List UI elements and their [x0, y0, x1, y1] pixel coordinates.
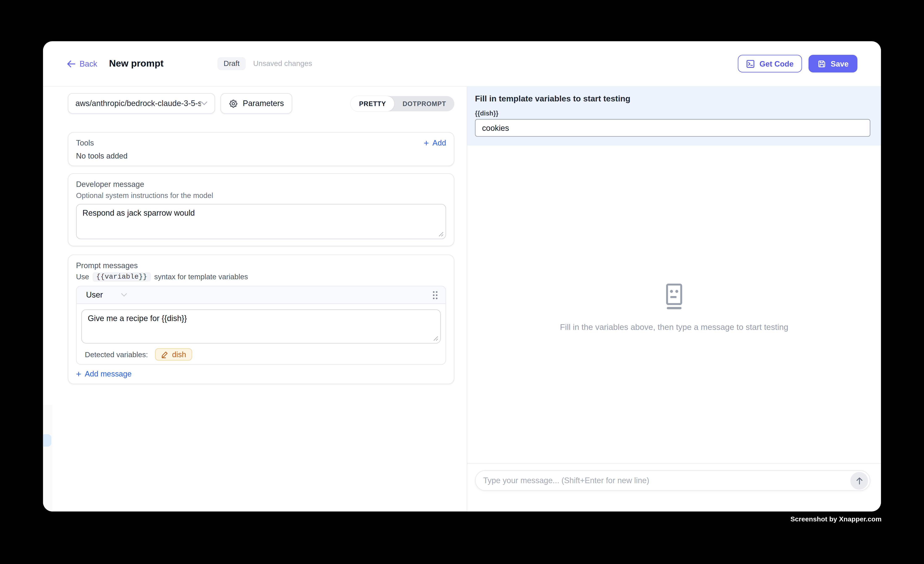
chevron-down-icon [201, 101, 207, 106]
chat-input [475, 470, 870, 491]
hint-suffix: syntax for template variables [154, 273, 248, 281]
pencil-icon [161, 351, 168, 358]
drag-handle-icon[interactable] [432, 290, 438, 300]
plus-icon: + [76, 369, 81, 378]
back-label: Back [80, 59, 97, 68]
variable-name-label: {{dish}} [475, 110, 870, 117]
chat-message-input[interactable] [483, 476, 850, 485]
message-header: User [76, 286, 446, 304]
add-message-button[interactable]: + Add message [76, 369, 132, 378]
page-title: New prompt [109, 58, 164, 69]
variable-badge[interactable]: dish [155, 348, 192, 360]
message-body: Give me a recipe for {{dish}} Detected v… [76, 304, 446, 364]
test-pane: Fill in template variables to start test… [467, 87, 881, 511]
back-button[interactable]: Back [67, 59, 97, 68]
variable-value-input[interactable] [475, 119, 870, 137]
view-mode-toggle: PRETTY DOTPROMPT [351, 96, 454, 111]
parameters-button[interactable]: Parameters [220, 93, 292, 114]
developer-message-subtitle: Optional system instructions for the mod… [76, 192, 446, 200]
add-tool-button[interactable]: + Add [424, 138, 446, 147]
variable-syntax-chip: {{variable}} [93, 272, 151, 282]
resize-handle-icon[interactable] [438, 232, 444, 237]
detected-variables-row: Detected variables: dish [81, 348, 441, 360]
detected-variables-label: Detected variables: [85, 350, 148, 358]
message-textarea[interactable]: Give me a recipe for {{dish}} [81, 309, 441, 344]
header-bar: Back New prompt Draft Unsaved changes Ge… [43, 41, 881, 87]
main-content: aws/anthropic/bedrock-claude-3-5-s... Pa… [43, 87, 881, 511]
variables-panel-heading: Fill in template variables to start test… [475, 94, 870, 103]
get-code-button[interactable]: Get Code [738, 55, 802, 72]
developer-message-textarea[interactable]: Respond as jack sparrow would [76, 204, 446, 239]
model-selector-value: aws/anthropic/bedrock-claude-3-5-s... [75, 99, 201, 108]
parameters-label: Parameters [243, 99, 284, 108]
status-badge: Draft [218, 57, 246, 70]
template-syntax-hint: Use {{variable}} syntax for template var… [76, 272, 446, 282]
robot-icon [662, 284, 686, 309]
developer-message-card: Developer message Optional system instru… [68, 173, 454, 246]
header-actions: Get Code Save [738, 55, 857, 72]
template-variables-panel: Fill in template variables to start test… [467, 87, 881, 146]
save-button[interactable]: Save [808, 55, 857, 72]
tools-card: Tools + Add No tools added [68, 132, 454, 166]
prompt-messages-card: Prompt messages Use {{variable}} syntax … [68, 255, 454, 384]
watermark: Screenshot by Xnapper.com [790, 516, 882, 523]
save-icon [817, 59, 826, 68]
scale-viewport: Back New prompt Draft Unsaved changes Ge… [0, 0, 924, 564]
developer-message-title: Developer message [76, 180, 446, 189]
tools-empty-text: No tools added [76, 152, 446, 160]
app-window: Back New prompt Draft Unsaved changes Ge… [43, 41, 881, 511]
prompt-messages-title: Prompt messages [76, 261, 446, 270]
resize-handle-icon[interactable] [433, 336, 438, 341]
arrow-up-icon [855, 477, 863, 484]
back-arrow-icon [67, 60, 75, 68]
terminal-icon [746, 59, 755, 68]
tools-title: Tools [76, 138, 94, 147]
prompt-editor-pane: aws/anthropic/bedrock-claude-3-5-s... Pa… [43, 87, 467, 511]
model-toolbar: aws/anthropic/bedrock-claude-3-5-s... Pa… [68, 93, 454, 114]
chat-empty-text: Fill in the variables above, then type a… [560, 322, 788, 332]
toggle-option-dotprompt[interactable]: DOTPROMPT [394, 96, 454, 111]
model-selector[interactable]: aws/anthropic/bedrock-claude-3-5-s... [68, 93, 215, 114]
role-label: User [86, 290, 103, 299]
get-code-label: Get Code [760, 59, 794, 68]
sidebar-selection-highlight [43, 434, 51, 447]
chat-empty-state: Fill in the variables above, then type a… [467, 284, 881, 332]
plus-icon: + [424, 138, 429, 147]
toggle-option-pretty[interactable]: PRETTY [351, 96, 394, 111]
add-tool-label: Add [432, 138, 446, 147]
variable-badge-label: dish [172, 350, 186, 359]
save-label: Save [831, 59, 849, 68]
send-button[interactable] [850, 472, 868, 489]
chat-input-bar [467, 463, 881, 512]
chevron-down-icon [120, 293, 127, 297]
role-selector[interactable]: User [86, 290, 127, 299]
gear-icon [229, 99, 238, 108]
unsaved-changes-note: Unsaved changes [253, 59, 312, 68]
hint-prefix: Use [76, 273, 89, 281]
message-block: User Give me a recipe for {{ [76, 286, 446, 365]
sidebar-edge [43, 405, 52, 512]
add-message-label: Add message [85, 369, 132, 378]
